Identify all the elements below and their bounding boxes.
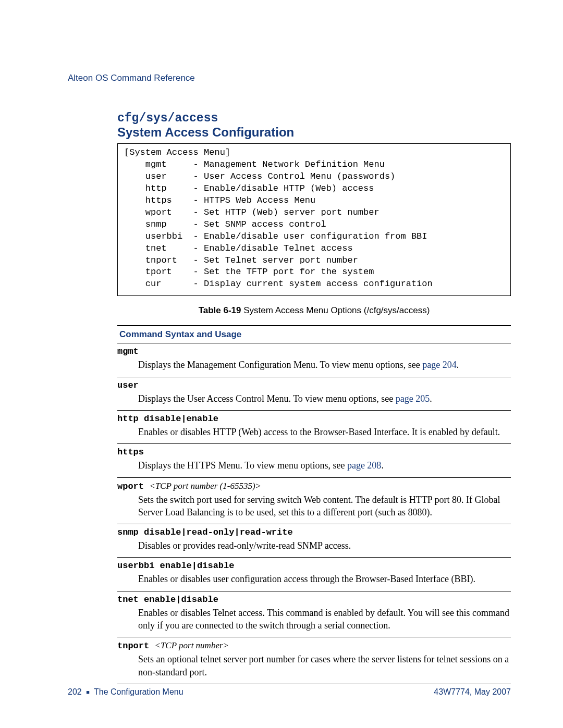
command-syntax: mgmt	[117, 347, 511, 356]
command-argument: <TCP port number>	[154, 640, 229, 650]
command-entry: tnet enable|disableEnables or disables T…	[117, 591, 511, 638]
table-caption: Table 6-19 System Access Menu Options (/…	[117, 305, 511, 316]
command-description: Sets an optional telnet server port numb…	[138, 653, 511, 678]
page-number: 202	[68, 687, 82, 696]
footer-chapter: The Configuration Menu	[94, 687, 183, 696]
command-syntax: tnport <TCP port number>	[117, 640, 511, 651]
command-entry: mgmtDisplays the Management Configuratio…	[117, 343, 511, 377]
command-syntax: userbbi enable|disable	[117, 561, 511, 571]
document-page: Alteon OS Command Reference cfg/sys/acce…	[0, 0, 563, 728]
page-footer: 202 ■ The Configuration Menu 43W7774, Ma…	[68, 687, 511, 697]
column-header: Command Syntax and Usage	[117, 325, 511, 343]
command-description: Enables or disables HTTP (Web) access to…	[138, 426, 511, 438]
command-description: Displays the User Access Control Menu. T…	[138, 392, 511, 405]
command-entries: mgmtDisplays the Management Configuratio…	[117, 343, 511, 684]
command-syntax: http disable|enable	[117, 414, 511, 424]
command-entry: userDisplays the User Access Control Men…	[117, 377, 511, 411]
command-description: Enables or disables Telnet access. This …	[138, 607, 511, 632]
command-entry: wport <TCP port number (1-65535)>Sets th…	[117, 478, 511, 525]
command-entry: tnport <TCP port number>Sets an optional…	[117, 637, 511, 684]
command-syntax: snmp disable|read-only|read-write	[117, 527, 511, 537]
system-access-menu-box: [System Access Menu] mgmt - Management N…	[117, 143, 511, 296]
command-description: Displays the HTTPS Menu. To view menu op…	[138, 459, 511, 472]
page-link[interactable]: page 205	[396, 393, 430, 404]
command-description: Enables or disables user configuration a…	[138, 573, 511, 585]
command-description: Displays the Management Configuration Me…	[138, 359, 511, 371]
command-entry: userbbi enable|disableEnables or disable…	[117, 558, 511, 591]
command-entry: http disable|enableEnables or disables H…	[117, 411, 511, 444]
command-description: Disables or provides read-only/write-rea…	[138, 539, 511, 552]
running-head: Alteon OS Command Reference	[68, 73, 511, 83]
page-link[interactable]: page 208	[347, 460, 381, 471]
table-caption-text: System Access Menu Options (/cfg/sys/acc…	[241, 305, 430, 315]
command-description: Sets the switch port used for serving sw…	[138, 493, 511, 519]
page-link[interactable]: page 204	[422, 360, 456, 370]
command-syntax: wport <TCP port number (1-65535)>	[117, 481, 511, 491]
command-syntax: tnet enable|disable	[117, 595, 511, 604]
section-heading: cfg/sys/access System Access Configurati…	[117, 112, 511, 140]
footer-doc-id: 43W7774, May 2007	[434, 687, 511, 697]
command-entry: snmp disable|read-only|read-writeDisable…	[117, 524, 511, 558]
section-code-heading: cfg/sys/access	[117, 112, 511, 125]
command-syntax: https	[117, 447, 511, 457]
footer-square-icon: ■	[86, 689, 90, 695]
table-label: Table 6-19	[199, 305, 241, 315]
command-argument: <TCP port number (1-65535)>	[149, 481, 261, 491]
section-title: System Access Configuration	[117, 125, 511, 140]
command-entry: httpsDisplays the HTTPS Menu. To view me…	[117, 444, 511, 477]
footer-left: 202 ■ The Configuration Menu	[68, 687, 183, 697]
command-syntax: user	[117, 380, 511, 390]
